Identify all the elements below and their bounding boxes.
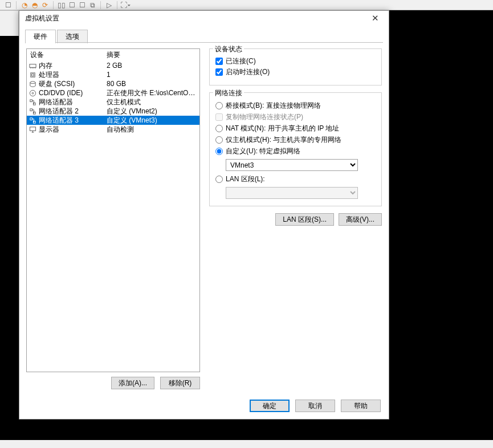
disk-icon [28,80,36,88]
custom-vmnet-select[interactable]: VMnet3 [226,159,358,171]
hardware-name: 内存 [39,61,52,71]
svg-rect-6 [31,74,34,76]
hardware-row[interactable]: CD/DVD (IDE)正在使用文件 E:\ios\CentOS-... [27,88,199,97]
network-title: 网络连接 [213,88,244,98]
toolbar-icon-4[interactable]: ⟳ [40,1,50,9]
hardware-summary: 仅主机模式 [107,97,199,107]
net-icon [28,107,36,115]
hardware-list[interactable]: 设备 摘要 内存2 GB处理器1硬盘 (SCSI)80 GBCD/DVD (ID… [26,48,200,372]
hardware-summary: 自定义 (VMnet3) [107,116,199,125]
connected-label: 已连接(C) [226,56,256,66]
connect-at-power-row[interactable]: 启动时连接(O) [215,67,377,76]
remove-button[interactable]: 移除(R) [160,377,200,389]
toolbar-icon-1[interactable]: ☐ [3,1,13,9]
bridged-label: 桥接模式(B): 直接连接物理网络 [226,101,321,110]
header-summary: 摘要 [107,50,198,60]
toolbar-icon-7[interactable]: ☐ [78,1,87,9]
connected-row[interactable]: 已连接(C) [215,56,377,66]
cpu-icon [28,71,36,79]
net-icon [28,98,36,106]
toolbar-icon-8[interactable]: ⧉ [88,1,97,9]
toolbar-icon-6[interactable]: ☐ [67,1,76,9]
connected-checkbox[interactable] [215,58,223,65]
hardware-row[interactable]: 内存2 GB [27,61,199,70]
hostonly-row[interactable]: 仅主机模式(H): 与主机共享的专用网络 [215,135,377,144]
advanced-button[interactable]: 高级(V)... [339,213,382,226]
cancel-button[interactable]: 取消 [295,400,335,412]
hardware-name: 网络适配器 3 [39,116,79,125]
hardware-row[interactable]: 处理器1 [27,70,199,79]
hardware-name: 显示器 [39,125,59,135]
display-icon [28,125,36,133]
add-button[interactable]: 添加(A)... [111,377,154,389]
svg-rect-0 [29,64,35,67]
device-status-title: 设备状态 [213,44,244,54]
hardware-row[interactable]: 显示器自动检测 [27,125,199,134]
hardware-name: 网络适配器 2 [39,107,79,116]
titlebar: 虚拟机设置 ✕ [19,11,389,26]
custom-radio[interactable] [215,148,223,155]
hardware-summary: 1 [107,71,199,79]
toolbar-icon-fullscreen[interactable]: ⛶▾ [121,1,130,9]
svg-point-7 [30,81,35,83]
bottom-status-strip [0,440,493,448]
content-area: 设备 摘要 内存2 GB处理器1硬盘 (SCSI)80 GBCD/DVD (ID… [19,43,389,395]
toolbar-icon-3[interactable]: ◓ [30,1,39,9]
network-connection-group: 网络连接 桥接模式(B): 直接连接物理网络 复制物理网络连接状态(P) NAT… [209,92,382,206]
connect-at-power-checkbox[interactable] [215,68,223,76]
lan-segments-button[interactable]: LAN 区段(S)... [275,213,334,226]
parent-side-strip [0,10,19,36]
tab-options[interactable]: 选项 [57,30,88,43]
net-icon [28,116,36,124]
detail-panel: 设备状态 已连接(C) 启动时连接(O) 网络连接 桥接模式(B): 直接连接物… [209,48,382,389]
help-button[interactable]: 帮助 [341,400,381,412]
custom-row[interactable]: 自定义(U): 特定虚拟网络 [215,146,377,156]
hardware-buttons: 添加(A)... 移除(R) [26,377,200,389]
bridged-row[interactable]: 桥接模式(B): 直接连接物理网络 [215,101,377,110]
dialog-title: 虚拟机设置 [25,14,364,23]
hardware-summary: 自定义 (VMnet2) [107,107,199,116]
hardware-summary: 正在使用文件 E:\ios\CentOS-... [107,88,199,98]
connect-at-power-label: 启动时连接(O) [226,67,270,76]
svg-rect-10 [30,99,32,101]
device-status-group: 设备状态 已连接(C) 启动时连接(O) [209,48,382,85]
dialog-footer: 确定 取消 帮助 [19,395,389,419]
nat-label: NAT 模式(N): 用于共享主机的 IP 地址 [226,124,339,133]
hardware-row[interactable]: 硬盘 (SCSI)80 GB [27,79,199,88]
replicate-row: 复制物理网络连接状态(P) [215,112,377,121]
lan-segment-label: LAN 区段(L): [226,174,265,184]
segment-buttons: LAN 区段(S)... 高级(V)... [209,213,382,226]
svg-rect-5 [30,72,34,76]
svg-rect-16 [30,127,35,131]
svg-rect-12 [30,108,32,111]
hardware-panel: 设备 摘要 内存2 GB处理器1硬盘 (SCSI)80 GBCD/DVD (ID… [26,48,200,389]
lan-segment-row[interactable]: LAN 区段(L): [215,174,377,184]
replicate-checkbox [215,113,223,121]
nat-row[interactable]: NAT 模式(N): 用于共享主机的 IP 地址 [215,124,377,133]
toolbar-icon-clock[interactable]: ◔ [20,1,29,9]
lan-segment-select [226,187,358,199]
toolbar-icon-9[interactable]: ▷ [104,1,113,9]
tab-hardware[interactable]: 硬件 [25,30,56,43]
hardware-summary: 自动检测 [107,125,199,135]
lan-segment-radio[interactable] [215,176,223,183]
svg-point-9 [32,92,34,94]
nat-radio[interactable] [215,125,223,132]
hardware-summary: 2 GB [107,62,199,70]
parent-toolbar: ☐ ◔ ◓ ⟳ ▯▯ ☐ ☐ ⧉ ▷ ⛶▾ [0,0,493,10]
ok-button[interactable]: 确定 [250,400,290,412]
hardware-name: 硬盘 (SCSI) [39,79,75,89]
toolbar-icon-5[interactable]: ▯▯ [57,1,66,9]
hardware-name: 网络适配器 [39,97,73,107]
vm-settings-dialog: 虚拟机设置 ✕ 硬件 选项 设备 摘要 内存2 GB处理器1硬盘 (SCSI)8… [19,10,389,420]
hardware-row[interactable]: 网络适配器仅主机模式 [27,97,199,107]
hardware-name: 处理器 [39,70,59,80]
hostonly-radio[interactable] [215,136,223,144]
svg-point-8 [30,90,35,96]
close-icon[interactable]: ✕ [364,11,386,25]
header-device: 设备 [28,50,107,60]
hardware-row[interactable]: 网络适配器 3自定义 (VMnet3) [27,116,199,125]
custom-label: 自定义(U): 特定虚拟网络 [226,146,300,156]
bridged-radio[interactable] [215,102,223,109]
hardware-row[interactable]: 网络适配器 2自定义 (VMnet2) [27,107,199,116]
